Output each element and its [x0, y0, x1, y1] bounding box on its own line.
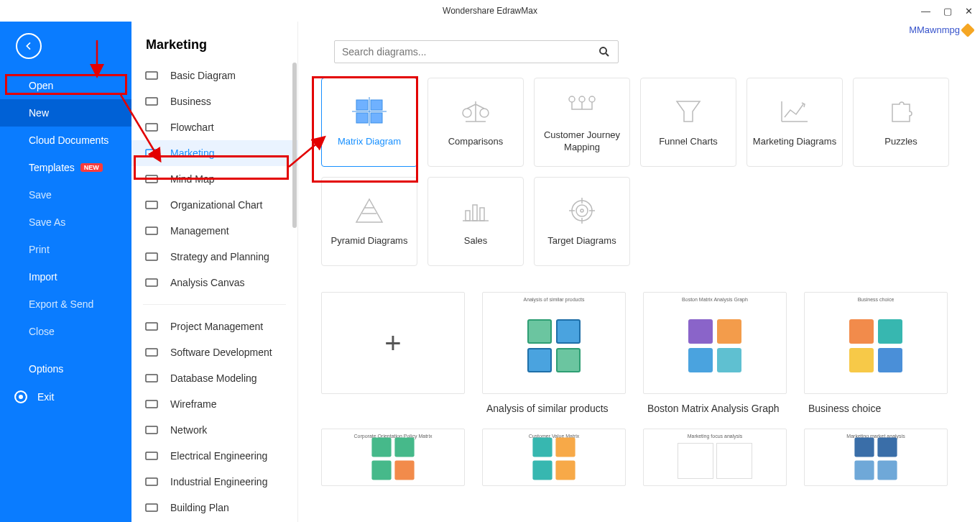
- category-item-wireframe[interactable]: Wireframe: [131, 391, 297, 417]
- svg-rect-14: [146, 452, 157, 459]
- category-item-analysis-canvas[interactable]: Analysis Canvas: [131, 270, 297, 296]
- template-thumb: +: [321, 292, 465, 394]
- diagram-card-target-diagrams[interactable]: Target Diagrams: [534, 177, 630, 266]
- card-label: Sales: [460, 235, 492, 247]
- category-icon: [144, 450, 159, 462]
- journey-icon: [565, 91, 599, 119]
- sidebar-item-label: Print: [29, 244, 50, 255]
- diagram-card-matrix-diagram[interactable]: Matrix Diagram: [321, 78, 417, 167]
- svg-point-22: [463, 109, 471, 117]
- svg-point-32: [581, 209, 583, 212]
- sidebar-item-label: Templates: [29, 162, 75, 173]
- diagram-card-funnel-charts[interactable]: Funnel Charts: [640, 78, 736, 167]
- diagram-card-customer-journey-mapping[interactable]: Customer Journey Mapping: [534, 78, 630, 167]
- category-column: Marketing Basic DiagramBusinessFlowchart…: [131, 22, 298, 522]
- category-icon: [144, 347, 159, 358]
- category-label: Building Plan: [170, 502, 229, 513]
- category-item-mind-map[interactable]: Mind Map: [131, 166, 297, 192]
- category-item-basic-diagram[interactable]: Basic Diagram: [131, 63, 297, 88]
- category-label: Flowchart: [170, 122, 214, 133]
- new-badge: NEW: [80, 163, 103, 172]
- diagram-card-comparisons[interactable]: Comparisons: [427, 78, 524, 167]
- category-item-business[interactable]: Business: [131, 88, 297, 114]
- category-item-software-development[interactable]: Software Development: [131, 339, 297, 365]
- svg-rect-15: [146, 478, 157, 485]
- maximize-button[interactable]: ▢: [943, 6, 952, 17]
- svg-rect-20: [356, 113, 368, 123]
- template-card-business-choice[interactable]: Business choiceBusiness choice: [804, 292, 948, 414]
- sidebar-item-exit[interactable]: Exit: [0, 383, 131, 411]
- category-item-organizational-chart[interactable]: Organizational Chart: [131, 192, 297, 218]
- svg-point-26: [589, 96, 595, 102]
- close-button[interactable]: ✕: [965, 6, 973, 17]
- svg-point-23: [480, 109, 489, 117]
- svg-rect-1: [146, 98, 157, 105]
- sidebar-item-label: Save: [29, 189, 52, 201]
- diagram-card-pyramid-diagrams[interactable]: Pyramid Diagrams: [321, 177, 417, 266]
- category-item-flowchart[interactable]: Flowchart: [131, 114, 297, 140]
- svg-rect-11: [146, 375, 157, 382]
- template-blank[interactable]: +: [321, 292, 465, 414]
- category-item-network[interactable]: Network: [131, 417, 297, 443]
- svg-rect-27: [466, 211, 470, 221]
- sidebar-item-cloud-documents[interactable]: Cloud Documents: [0, 127, 131, 154]
- sidebar-item-label: Save As: [29, 216, 65, 228]
- diagram-card-puzzles[interactable]: Puzzles: [853, 78, 949, 167]
- user-badge[interactable]: MMawnmpg: [909, 24, 973, 35]
- diagram-card-marketing-diagrams[interactable]: Marketing Diagrams: [746, 78, 843, 167]
- category-icon: [144, 321, 159, 332]
- matrix-icon: [352, 97, 387, 126]
- search-box[interactable]: [334, 40, 619, 63]
- svg-point-30: [572, 201, 592, 221]
- category-item-marketing[interactable]: Marketing: [131, 140, 297, 166]
- svg-rect-12: [146, 400, 157, 408]
- sidebar-item-print[interactable]: Print: [0, 236, 131, 263]
- sidebar-item-label: Cloud Documents: [29, 134, 108, 146]
- template-card-partial-0[interactable]: Corporate Orientation Policy Matrix: [321, 429, 465, 486]
- category-item-project-management[interactable]: Project Management: [131, 313, 297, 339]
- template-thumb: Boston Matrix Analysis Graph: [643, 292, 787, 394]
- category-heading: Marketing: [131, 22, 297, 63]
- sidebar-item-save-as[interactable]: Save As: [0, 209, 131, 236]
- category-item-database-modeling[interactable]: Database Modeling: [131, 365, 297, 391]
- category-label: Project Management: [170, 321, 263, 332]
- search-input[interactable]: [342, 46, 598, 58]
- category-item-strategy-and-planning[interactable]: Strategy and Planning: [131, 244, 297, 270]
- sidebar-item-label: Export & Send: [29, 298, 93, 310]
- app-title: Wondershare EdrawMax: [443, 6, 537, 16]
- sidebar-item-templates[interactable]: TemplatesNEW: [0, 154, 131, 181]
- sidebar-item-save[interactable]: Save: [0, 181, 131, 209]
- main-area: Matrix DiagramComparisonsCustomer Journe…: [298, 22, 980, 522]
- template-card-partial-1[interactable]: Customer Value Matrix: [482, 429, 626, 486]
- minimize-button[interactable]: —: [921, 6, 930, 17]
- sidebar-item-import[interactable]: Import: [0, 263, 131, 290]
- chart-icon: [777, 97, 812, 126]
- template-thumb: Marketing market analysis: [804, 429, 948, 486]
- back-button[interactable]: [16, 33, 42, 59]
- svg-rect-0: [146, 72, 157, 79]
- sidebar-item-options[interactable]: Options: [0, 355, 131, 383]
- sidebar-item-open[interactable]: Open: [0, 72, 131, 99]
- template-card-partial-3[interactable]: Marketing market analysis: [804, 429, 948, 486]
- category-label: Management: [170, 225, 229, 237]
- template-card-boston-matrix-analysis-graph[interactable]: Boston Matrix Analysis GraphBoston Matri…: [643, 292, 787, 414]
- category-item-electrical-engineering[interactable]: Electrical Engineering: [131, 443, 297, 469]
- category-item-management[interactable]: Management: [131, 218, 297, 244]
- template-thumb: Marketing focus analysis: [643, 429, 787, 486]
- category-scrollbar[interactable]: [292, 63, 297, 522]
- sidebar-item-export-send[interactable]: Export & Send: [0, 290, 131, 318]
- category-item-building-plan[interactable]: Building Plan: [131, 495, 297, 521]
- category-label: Database Modeling: [170, 372, 257, 384]
- sidebar-item-label: New: [29, 107, 49, 119]
- sidebar-item-close[interactable]: Close: [0, 318, 131, 345]
- category-item-industrial-engineering[interactable]: Industrial Engineering: [131, 469, 297, 495]
- diagram-card-sales[interactable]: Sales: [427, 177, 524, 266]
- template-card-partial-2[interactable]: Marketing focus analysis: [643, 429, 787, 486]
- template-thumb: Analysis of similar products: [482, 292, 626, 394]
- sidebar-item-new[interactable]: New: [0, 99, 131, 127]
- category-label: Mind Map: [170, 173, 214, 185]
- sidebar-item-label: Close: [29, 326, 55, 337]
- svg-rect-5: [146, 201, 157, 209]
- sidebar-item-label: Open: [29, 80, 53, 91]
- template-card-analysis-of-similar-products[interactable]: Analysis of similar productsAnalysis of …: [482, 292, 626, 414]
